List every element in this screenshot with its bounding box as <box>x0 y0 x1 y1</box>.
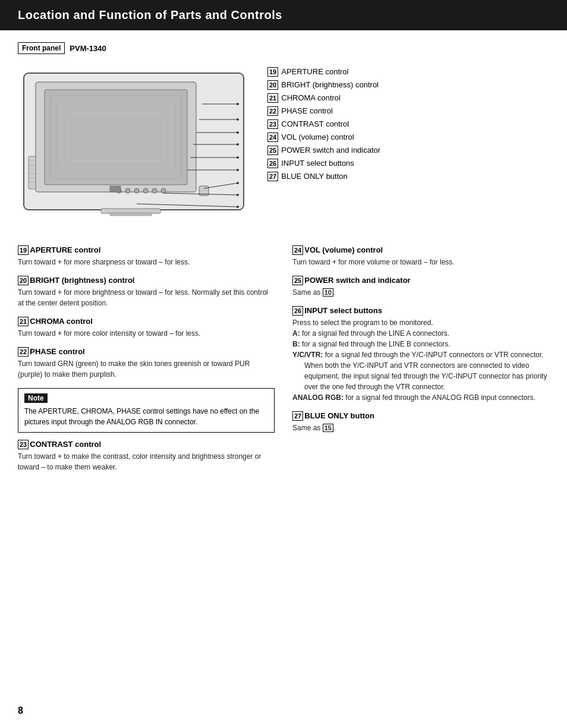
desc-title-25: 25POWER switch and indicator <box>292 276 549 285</box>
desc-item-26: 26INPUT select buttons Press to select t… <box>292 306 549 403</box>
desc-col-left: 19APERTURE control Turn toward + for mor… <box>18 245 275 481</box>
label-num-19: 19 <box>267 67 278 77</box>
label-num-22: 22 <box>267 106 278 116</box>
label-text-20: BRIGHT (brightness) control <box>281 80 379 89</box>
page-title: Location and Function of Parts and Contr… <box>18 8 549 22</box>
svg-point-17 <box>143 188 148 193</box>
svg-point-41 <box>237 206 239 208</box>
desc-body-25: Same as 10. <box>292 287 549 298</box>
label-text-23: CONTRAST control <box>281 119 349 128</box>
desc-body-24: Turn toward + for more volume or toward … <box>292 257 549 267</box>
front-panel-box: Front panel <box>18 42 65 54</box>
label-text-27: BLUE ONLY button <box>281 172 348 181</box>
svg-point-19 <box>161 188 166 193</box>
descriptions-section: 19APERTURE control Turn toward + for mor… <box>18 245 549 481</box>
desc-title-21: 21CHROMA control <box>18 317 275 326</box>
label-row-19: 19 APERTURE control <box>267 67 380 77</box>
desc-title-24: 24VOL (volume) control <box>292 245 549 255</box>
label-num-20: 20 <box>267 80 278 90</box>
svg-point-34 <box>237 118 239 121</box>
label-row-21: 21 CHROMA control <box>267 93 380 103</box>
svg-rect-20 <box>110 186 121 192</box>
desc-body-20: Turn toward + for more brightness or tow… <box>18 287 275 308</box>
desc-item-24: 24VOL (volume) control Turn toward + for… <box>292 245 549 267</box>
desc-title-20: 20BRIGHT (brightness) control <box>18 276 275 285</box>
front-panel-label: Front panel PVM-1340 <box>18 42 549 54</box>
desc-title-22: 22PHASE control <box>18 347 275 357</box>
svg-point-36 <box>237 143 239 146</box>
desc-body-19: Turn toward + for more sharpness or towa… <box>18 257 275 267</box>
desc-num-24: 24 <box>292 245 303 255</box>
desc-col-right: 24VOL (volume) control Turn toward + for… <box>292 245 549 481</box>
svg-rect-2 <box>45 90 187 185</box>
label-num-24: 24 <box>267 133 278 142</box>
page-header: Location and Function of Parts and Contr… <box>0 0 567 30</box>
desc-item-20: 20BRIGHT (brightness) control Turn towar… <box>18 276 275 308</box>
desc-item-19: 19APERTURE control Turn toward + for mor… <box>18 245 275 267</box>
label-num-21: 21 <box>267 93 278 103</box>
svg-point-38 <box>237 169 239 171</box>
svg-rect-23 <box>110 213 152 216</box>
desc-num-20: 20 <box>18 276 29 285</box>
label-row-27: 27 BLUE ONLY button <box>267 172 380 181</box>
desc-title-19: 19APERTURE control <box>18 245 275 255</box>
label-text-19: APERTURE control <box>281 67 348 76</box>
label-text-24: VOL (volume) control <box>281 133 354 141</box>
note-body: The APERTURE, CHROMA, PHASE control sett… <box>24 406 268 427</box>
label-row-22: 22 PHASE control <box>267 106 380 116</box>
desc-body-23: Turn toward + to make the contrast, colo… <box>18 451 275 472</box>
diagram-labels: 19 APERTURE control 20 BRIGHT (brightnes… <box>267 61 380 185</box>
desc-title-23: 23CONTRAST control <box>18 440 275 449</box>
svg-point-16 <box>134 188 139 193</box>
label-text-21: CHROMA control <box>281 93 341 102</box>
label-text-26: INPUT select buttons <box>281 159 354 168</box>
svg-point-33 <box>237 103 239 105</box>
label-row-26: 26 INPUT select buttons <box>267 159 380 168</box>
desc-num-19: 19 <box>18 245 29 255</box>
desc-num-23: 23 <box>18 440 29 449</box>
front-panel-model: PVM-1340 <box>70 44 106 53</box>
desc-item-27: 27BLUE ONLY button Same as 15. <box>292 411 549 433</box>
label-text-22: PHASE control <box>281 106 333 115</box>
desc-body-21: Turn toward + for more color intensity o… <box>18 328 275 339</box>
desc-item-22: 22PHASE control Turn toward GRN (green) … <box>18 347 275 380</box>
label-row-25: 25 POWER switch and indicator <box>267 146 380 155</box>
monitor-diagram <box>18 61 256 228</box>
desc-title-27: 27BLUE ONLY button <box>292 411 549 421</box>
desc-title-26: 26INPUT select buttons <box>292 306 549 316</box>
desc-body-22: Turn toward GRN (green) to make the skin… <box>18 358 275 380</box>
svg-point-39 <box>237 182 239 184</box>
label-row-23: 23 CONTRAST control <box>267 119 380 129</box>
desc-num-26: 26 <box>292 306 303 316</box>
label-num-27: 27 <box>267 172 278 181</box>
svg-point-15 <box>125 188 130 193</box>
desc-item-23: 23CONTRAST control Turn toward + to make… <box>18 440 275 472</box>
desc-num-22: 22 <box>18 347 29 357</box>
note-box: Note The APERTURE, CHROMA, PHASE control… <box>18 388 275 433</box>
label-num-25: 25 <box>267 146 278 155</box>
label-num-26: 26 <box>267 159 278 168</box>
desc-body-26: Press to select the program to be monito… <box>292 317 549 403</box>
desc-body-27: Same as 15. <box>292 423 549 433</box>
desc-item-25: 25POWER switch and indicator Same as 10. <box>292 276 549 298</box>
svg-point-18 <box>152 188 157 193</box>
label-row-24: 24 VOL (volume) control <box>267 133 380 142</box>
label-row-20: 20 BRIGHT (brightness) control <box>267 80 380 90</box>
note-title: Note <box>24 393 48 403</box>
desc-item-21: 21CHROMA control Turn toward + for more … <box>18 317 275 339</box>
svg-point-37 <box>237 156 239 159</box>
desc-num-21: 21 <box>18 317 29 326</box>
svg-point-40 <box>237 194 239 196</box>
desc-num-27: 27 <box>292 411 303 421</box>
label-text-25: POWER switch and indicator <box>281 146 380 155</box>
svg-point-35 <box>237 131 239 134</box>
desc-num-25: 25 <box>292 276 303 285</box>
page-number: 8 <box>18 705 23 716</box>
label-num-23: 23 <box>267 119 278 129</box>
diagram-section: 19 APERTURE control 20 BRIGHT (brightnes… <box>18 61 549 228</box>
